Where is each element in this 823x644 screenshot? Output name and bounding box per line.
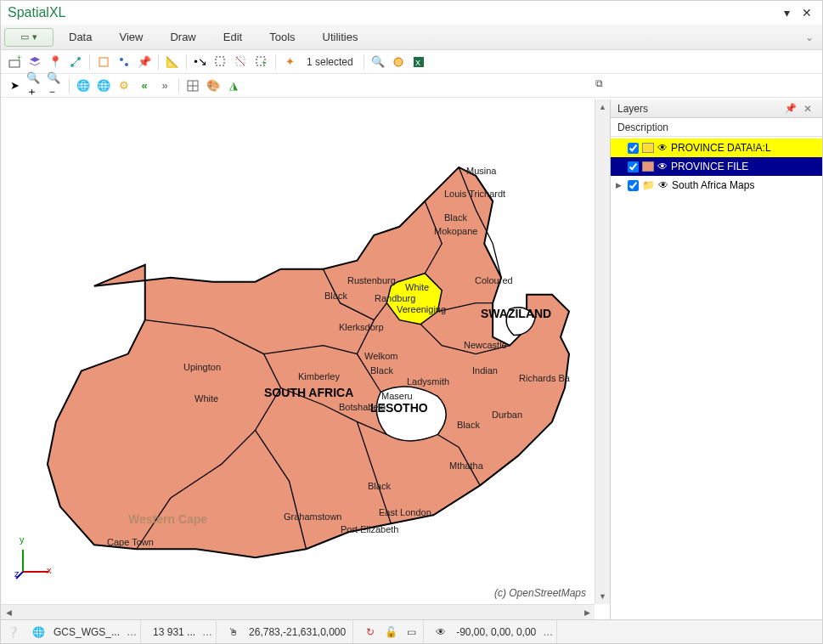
scroll-right-icon[interactable]: ▶ xyxy=(579,605,595,619)
layer-checkbox[interactable] xyxy=(628,143,639,154)
layers-panel-title: Layers xyxy=(617,103,648,115)
window-menu-icon[interactable]: ▾ xyxy=(781,6,793,20)
select-add-icon[interactable]: + xyxy=(253,54,270,71)
route-icon[interactable] xyxy=(67,54,84,71)
selection-box-icon[interactable]: ▭ xyxy=(403,624,420,641)
extent-more-icon[interactable]: … xyxy=(543,626,553,638)
add-marker-icon[interactable]: 📍 xyxy=(47,54,64,71)
crs-more-icon[interactable]: … xyxy=(127,626,137,638)
menu-draw[interactable]: Draw xyxy=(158,27,207,47)
extent-value: -90,00, 0,00, 0,00 xyxy=(453,626,539,638)
buffer-icon[interactable] xyxy=(390,54,407,71)
svg-point-5 xyxy=(120,58,123,61)
menu-tools[interactable]: Tools xyxy=(257,27,307,47)
select-clear-icon[interactable] xyxy=(233,54,250,71)
mark-feature-icon[interactable]: ✦ xyxy=(281,54,298,71)
scroll-left-icon[interactable]: ◀ xyxy=(1,605,16,619)
help-icon[interactable]: ❔ xyxy=(4,624,21,641)
globe-icon[interactable]: 🌐 xyxy=(75,77,92,94)
svg-rect-7 xyxy=(216,57,224,65)
layer-checkbox[interactable] xyxy=(628,161,639,172)
window-close-icon[interactable]: ✕ xyxy=(798,6,815,20)
panel-pin-icon[interactable]: 📌 xyxy=(781,103,800,114)
scroll-down-icon[interactable]: ▼ xyxy=(595,589,610,604)
layers-description-header[interactable]: Description xyxy=(611,118,822,137)
svg-text:+: + xyxy=(17,55,21,62)
layer-label: South Africa Maps xyxy=(672,179,754,191)
menu-data[interactable]: Data xyxy=(57,27,104,47)
crs-icon[interactable]: 🌐 xyxy=(30,624,47,641)
layer-checkbox[interactable] xyxy=(628,180,639,191)
panel-close-icon[interactable]: ✕ xyxy=(800,103,815,115)
axis-z-label: z xyxy=(14,568,20,579)
find-icon[interactable]: 🔍 xyxy=(369,54,386,71)
palette-icon[interactable]: 🎨 xyxy=(205,77,222,94)
menubar-overflow-icon[interactable]: ⌄ xyxy=(805,31,814,43)
layer-label: PROVINCE DATA!A:L xyxy=(671,142,771,154)
scrollbar-horizontal[interactable]: ◀ ▶ xyxy=(1,604,595,619)
app-title: SpatialXL xyxy=(8,5,66,20)
ruler-icon[interactable]: 📐 xyxy=(164,54,181,71)
statusbar: ❔ 🌐 GCS_WGS_... … 13 931 ... … 🖱 26,783,… xyxy=(1,619,822,643)
grid-icon[interactable] xyxy=(184,77,201,94)
export-excel-icon[interactable]: X xyxy=(410,54,427,71)
province-fill xyxy=(48,167,569,557)
map-svg xyxy=(1,99,595,617)
map-attribution: (c) OpenStreetMaps xyxy=(494,587,586,599)
lesotho-outline xyxy=(376,387,446,441)
undock-icon[interactable]: ⧉ xyxy=(595,77,603,89)
globe-center-icon[interactable]: 🌐 xyxy=(95,77,112,94)
scale-more-icon[interactable]: … xyxy=(202,626,212,638)
layers-panel: Layers 📌 ✕ Description 👁 PROVINCE DATA!A… xyxy=(610,99,822,619)
prev-extent-icon[interactable]: « xyxy=(136,77,153,94)
axis-x-label: x xyxy=(47,565,52,575)
refresh-icon[interactable]: ↻ xyxy=(362,624,379,641)
pointer-icon[interactable]: ➤ xyxy=(6,77,23,94)
pin-icon[interactable]: 📌 xyxy=(136,54,153,71)
layer-swatch-icon xyxy=(642,161,654,172)
svg-rect-4 xyxy=(99,58,108,66)
svg-text:X: X xyxy=(415,59,420,67)
axis-y-label: y xyxy=(20,534,25,545)
menu-edit[interactable]: Edit xyxy=(211,27,254,47)
layer-swatch-icon xyxy=(642,143,654,153)
selection-count: 1 selected xyxy=(302,56,358,68)
expand-icon[interactable]: ▶ xyxy=(616,181,624,189)
layer-label: PROVINCE FILE xyxy=(671,161,748,172)
measure-distance-icon[interactable] xyxy=(116,54,132,71)
axis-widget: y x z xyxy=(14,546,52,582)
bookmark-icon[interactable]: ◮ xyxy=(225,77,242,94)
zoom-in-icon[interactable]: 🔍＋ xyxy=(26,77,43,94)
gear-icon[interactable]: ⚙ xyxy=(116,77,132,94)
select-point-icon[interactable]: •↘ xyxy=(192,54,209,71)
svg-point-6 xyxy=(125,63,128,66)
svg-point-12 xyxy=(394,58,403,66)
scroll-up-icon[interactable]: ▲ xyxy=(595,99,610,115)
measure-area-icon[interactable] xyxy=(95,54,112,71)
layer-item-province-data[interactable]: 👁 PROVINCE DATA!A:L xyxy=(611,138,822,157)
menu-view[interactable]: View xyxy=(107,27,155,47)
layer-item-province-file[interactable]: 👁 PROVINCE FILE xyxy=(611,157,822,176)
lock-icon[interactable]: 🔓 xyxy=(382,624,399,641)
visibility-icon[interactable]: 👁 xyxy=(658,179,668,191)
toolbar-primary: + 📍 📌 📐 •↘ + ✦ 1 selected 🔍 X xyxy=(1,50,822,74)
svg-line-9 xyxy=(236,57,245,65)
cursor-coords: 26,783,-21,631,0,000 xyxy=(245,626,349,638)
eye-icon[interactable]: 👁 xyxy=(432,624,449,641)
visibility-icon[interactable]: 👁 xyxy=(657,142,668,154)
scale-value: 13 931 ... xyxy=(149,626,199,638)
map-canvas[interactable]: SOUTH AFRICA LESOTHO SWAZILAND Western C… xyxy=(1,99,610,619)
scroll-h-track[interactable] xyxy=(16,605,579,619)
layer-manager-icon[interactable] xyxy=(26,54,43,71)
menu-utilities[interactable]: Utilities xyxy=(311,27,370,47)
add-layer-icon[interactable]: + xyxy=(6,54,23,71)
ribbon-layout-dropdown[interactable]: ▭ ▾ xyxy=(4,28,54,47)
next-extent-icon[interactable]: » xyxy=(156,77,173,94)
zoom-out-icon[interactable]: 🔍－ xyxy=(47,77,64,94)
select-lasso-icon[interactable] xyxy=(212,54,229,71)
layer-item-basemap[interactable]: ▶ 📁 👁 South Africa Maps xyxy=(611,176,822,195)
visibility-icon[interactable]: 👁 xyxy=(657,161,668,172)
menubar: ▭ ▾ Data View Draw Edit Tools Utilities … xyxy=(1,25,822,50)
svg-text:+: + xyxy=(262,59,266,67)
scrollbar-vertical[interactable]: ▲ ▼ xyxy=(595,99,610,604)
